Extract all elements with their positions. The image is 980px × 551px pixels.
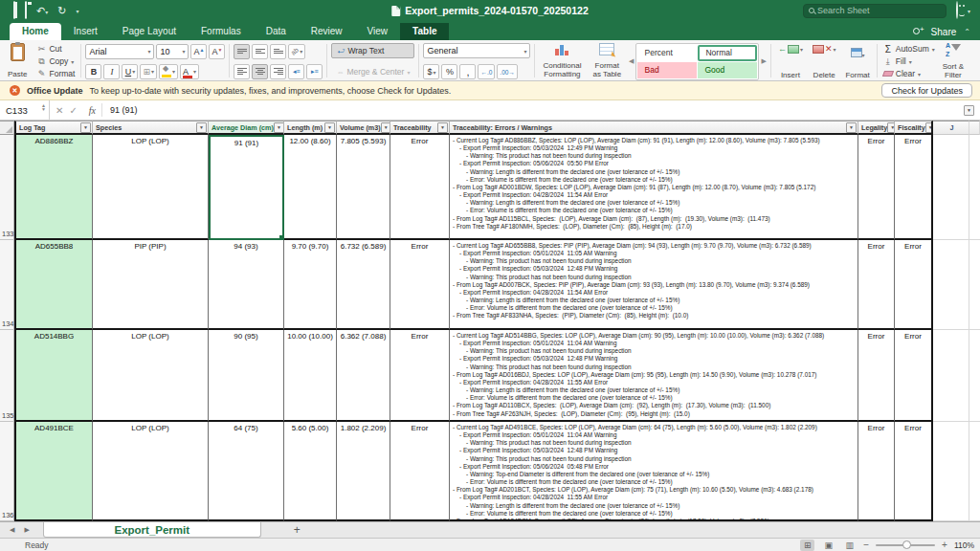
zoom-slider-knob[interactable] <box>902 540 911 549</box>
cell-empty[interactable] <box>933 240 969 330</box>
customize-toolbar-icon[interactable]: ▾ <box>76 8 78 14</box>
percent-format-icon[interactable]: % <box>441 64 457 79</box>
number-format-select[interactable]: General▾ <box>423 43 530 58</box>
cell-traceability-details[interactable]: - Current Log Tag# AD655BB8, Species: PI… <box>450 240 858 330</box>
normal-view-icon[interactable]: ⊞ <box>800 540 814 551</box>
filter-icon[interactable]: ▼ <box>887 122 895 133</box>
style-normal[interactable]: Normal <box>698 45 757 61</box>
fill-color-icon[interactable]: ▾ <box>159 64 178 79</box>
undo-icon[interactable]: ↶▾ <box>36 6 48 16</box>
name-box-input[interactable] <box>0 105 36 116</box>
cell-empty[interactable] <box>969 330 980 422</box>
page-break-view-icon[interactable]: ▥ <box>842 540 857 551</box>
autosum-button[interactable]: ΣAutoSum▾ <box>881 43 937 55</box>
filter-icon[interactable]: ▼ <box>80 122 91 133</box>
copy-button[interactable]: ⧉Copy▾ <box>34 55 77 67</box>
cell-volume[interactable]: 6.732 (6.589) <box>337 240 390 330</box>
cut-button[interactable]: ✂Cut <box>34 43 77 55</box>
fill-button[interactable]: ⤓Fill▾ <box>881 55 937 67</box>
header-j[interactable]: J <box>933 121 969 135</box>
underline-button[interactable]: U▾ <box>122 64 138 79</box>
cell-fiscality[interactable]: Error <box>895 135 933 240</box>
cell-log-tag[interactable]: AD655BB8 <box>14 240 93 330</box>
cell-legality[interactable]: Error <box>858 240 895 330</box>
text-orientation-icon[interactable]: ab▾ <box>288 44 305 59</box>
save-icon[interactable] <box>25 2 27 19</box>
zoom-in-icon[interactable]: + <box>942 540 947 550</box>
row-number[interactable]: 136 <box>0 422 14 521</box>
header-species[interactable]: Species▼ <box>93 121 209 135</box>
italic-button[interactable]: I <box>103 64 120 79</box>
filter-icon[interactable]: ▼ <box>196 122 207 133</box>
insert-cells-button[interactable]: ←▾ Insert <box>775 42 806 80</box>
decrease-indent-icon[interactable]: ◂≡ <box>288 64 304 79</box>
bold-button[interactable]: B <box>85 64 101 79</box>
filter-icon[interactable]: ▼ <box>324 122 335 133</box>
cell-empty[interactable] <box>933 422 969 521</box>
sheet-prev-icon[interactable]: ◀ <box>10 526 14 534</box>
name-box-stepper[interactable]: ▲▼ <box>41 103 46 111</box>
cell-volume[interactable]: 6.362 (7.088) <box>337 330 390 422</box>
formula-bar-value[interactable]: 91 (91) <box>102 105 138 115</box>
align-center-icon[interactable] <box>252 64 268 79</box>
share-button[interactable]: Share <box>931 27 957 37</box>
filter-icon[interactable]: ▼ <box>437 122 448 133</box>
cell-log-tag[interactable]: AD886BBZ <box>14 135 93 240</box>
align-left-icon[interactable] <box>234 64 250 79</box>
font-size-select[interactable]: 10▾ <box>156 44 189 59</box>
align-top-icon[interactable] <box>234 44 250 59</box>
align-right-icon[interactable] <box>270 64 286 79</box>
cell-traceability-details[interactable]: - Current Log Tag# AD514BBG, Species: LO… <box>450 330 858 422</box>
cell-average-diam[interactable]: 64 (75) <box>209 422 284 521</box>
delete-cells-button[interactable]: ✕▾ Delete <box>810 42 839 80</box>
cell-length[interactable]: 5.60 (5.00) <box>284 422 337 521</box>
borders-icon[interactable]: ⊞▾ <box>140 64 157 79</box>
header-volume[interactable]: Volume (m3)▼ <box>337 121 390 135</box>
search-sheet-box[interactable] <box>803 4 947 18</box>
cell-traceability-details[interactable]: - Current Log Tag# AD886BBZ, Species: LO… <box>450 135 858 240</box>
header-traceability-errors[interactable]: Traceability: Errors / Warnings▼ <box>450 121 858 135</box>
tab-review[interactable]: Review <box>299 23 355 40</box>
zoom-level[interactable]: 110% <box>954 540 974 550</box>
add-sheet-icon[interactable]: + <box>286 522 308 538</box>
header-legality[interactable]: Legality▼ <box>858 121 895 135</box>
merge-center-button[interactable]: ⇔Merge & Center▾ <box>331 64 414 79</box>
styles-scroll-right-icon[interactable]: ▶ <box>761 57 766 65</box>
font-color-icon[interactable]: A▾ <box>180 64 199 79</box>
name-box[interactable]: ▲▼ <box>0 100 50 121</box>
cell-volume[interactable]: 1.802 (2.209) <box>337 422 390 521</box>
cell-fiscality[interactable]: Error <box>895 422 933 521</box>
cell-traceability[interactable]: Error <box>390 330 450 422</box>
filter-icon[interactable]: ▼ <box>964 105 974 116</box>
cell-fiscality[interactable]: Error <box>895 330 933 422</box>
cell-traceability-details[interactable]: - Current Log Tag# AD491BCE, Species: LO… <box>450 422 858 521</box>
header-length[interactable]: Length (m)▼ <box>284 121 337 135</box>
tab-data[interactable]: Data <box>254 23 299 40</box>
cell-traceability[interactable]: Error <box>390 240 450 330</box>
format-painter-button[interactable]: ✎Format <box>34 68 77 79</box>
tab-view[interactable]: View <box>355 23 401 40</box>
check-for-updates-button[interactable]: Check for Updates <box>881 83 972 98</box>
currency-format-icon[interactable]: $▾ <box>423 64 439 79</box>
filter-icon[interactable]: ▼ <box>925 122 933 133</box>
feedback-smiley-icon[interactable] <box>956 2 958 19</box>
tab-home[interactable]: Home <box>10 23 61 40</box>
header-blank[interactable] <box>969 121 980 135</box>
cell-average-diam[interactable]: 90 (95) <box>209 330 284 422</box>
style-good[interactable]: Good <box>698 62 757 78</box>
cell-empty[interactable] <box>933 330 969 422</box>
increase-indent-icon[interactable]: ▸≡ <box>306 64 323 79</box>
sheet-tab-export-permit[interactable]: Export_Permit <box>43 522 261 538</box>
comma-format-icon[interactable]: , <box>459 64 476 79</box>
redo-icon[interactable]: ↻ <box>57 6 66 16</box>
cell-length[interactable]: 9.70 (9.70) <box>284 240 337 330</box>
header-fiscality[interactable]: Fiscality▼ <box>895 121 933 135</box>
header-average-diam[interactable]: Average Diam (cm)▼ <box>209 121 284 135</box>
cell-empty[interactable] <box>969 240 980 330</box>
cell-species[interactable]: LOP (LOP) <box>93 135 209 240</box>
cell-fiscality[interactable]: Error <box>895 240 933 330</box>
cell-legality[interactable]: Error <box>858 330 895 422</box>
tab-formulas[interactable]: Formulas <box>189 23 254 40</box>
decrease-font-icon[interactable]: A <box>209 44 225 59</box>
search-input[interactable] <box>817 6 923 15</box>
